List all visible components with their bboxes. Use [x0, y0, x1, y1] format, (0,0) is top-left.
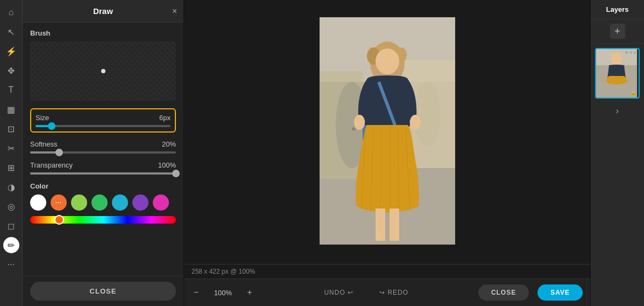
softness-value: 20%: [162, 140, 176, 148]
svg-point-19: [354, 115, 365, 130]
save-button[interactable]: SAVE: [537, 284, 583, 301]
move-icon[interactable]: ✥: [3, 62, 19, 79]
svg-text:✿: ✿: [352, 127, 356, 131]
zoom-plus-button[interactable]: +: [245, 286, 254, 300]
transparency-row: Transparency 100%: [30, 161, 176, 169]
pattern-icon[interactable]: ▦: [3, 101, 19, 117]
softness-thumb[interactable]: [55, 149, 63, 156]
brush-section-label: Brush: [30, 29, 176, 37]
size-slider-section: Size 6px: [30, 108, 176, 133]
crop-icon[interactable]: ⊡: [3, 121, 19, 137]
home-icon[interactable]: ⌂: [3, 4, 19, 20]
zoom-minus-button[interactable]: −: [192, 286, 201, 300]
eraser-icon[interactable]: ◻: [3, 218, 19, 234]
size-value: 6px: [159, 114, 171, 122]
scissors-icon[interactable]: ✂: [3, 140, 19, 156]
transparency-track[interactable]: [30, 172, 176, 175]
canvas-status-text: 258 x 422 px @ 100%: [192, 268, 255, 275]
lightning-icon[interactable]: ⚡: [3, 43, 19, 59]
layer-dot-2: [629, 51, 632, 54]
layers-header: Layers: [591, 0, 644, 19]
color-swatch-pink[interactable]: [153, 194, 169, 211]
draw-panel-close-button[interactable]: CLOSE: [30, 282, 176, 301]
canvas-bottom-bar: − 100% + UNDO ↩ ↪ REDO CLOSE SAVE: [184, 279, 590, 306]
softness-row: Softness 20%: [30, 140, 176, 148]
draw-panel-body: Brush Size 6px Softness 20%: [23, 23, 183, 276]
transparency-label: Transparency: [30, 161, 73, 169]
canvas-close-button[interactable]: CLOSE: [478, 284, 529, 301]
color-swatch-cyan[interactable]: [112, 194, 128, 211]
text-icon[interactable]: T: [3, 82, 19, 98]
brush-icon[interactable]: ✏: [3, 237, 19, 253]
color-swatches: ···: [30, 194, 176, 211]
color-swatch-purple[interactable]: [132, 194, 148, 211]
softness-fill: [30, 151, 59, 154]
layers-panel: Layers + ⊞ 🔒 ›: [590, 0, 644, 306]
left-toolbar: ⌂ ↖ ⚡ ✥ T ▦ ⊡ ✂ ⊞ ◑ ◎ ◻ ✏ ···: [0, 0, 23, 306]
color-bar-thumb[interactable]: [54, 215, 64, 225]
size-row: Size 6px: [36, 114, 171, 122]
draw-panel-title: Draw: [93, 6, 113, 16]
transparency-fill: [30, 172, 176, 175]
add-layer-button[interactable]: +: [610, 24, 625, 39]
transparency-thumb[interactable]: [172, 170, 180, 177]
color-gradient-bar[interactable]: [30, 216, 176, 224]
softness-slider-section: Softness 20%: [30, 140, 176, 154]
draw-panel-footer: CLOSE: [23, 276, 183, 306]
photo-container: ✿: [320, 17, 455, 247]
draw-panel-header: Draw ×: [23, 0, 183, 23]
select-icon[interactable]: ↖: [3, 24, 19, 40]
transparency-value: 100%: [158, 161, 176, 169]
size-thumb[interactable]: [48, 122, 55, 130]
main-canvas: ✿ 258 x 422 px @ 100% − 100% + UNDO ↩ ↪ …: [184, 0, 590, 306]
svg-point-10: [376, 48, 399, 74]
svg-rect-22: [376, 208, 385, 241]
color-section: Color ···: [30, 182, 176, 224]
photo-svg: ✿: [320, 17, 455, 245]
softness-track[interactable]: [30, 151, 176, 154]
draw-panel: Draw × Brush Size 6px Softness 20%: [23, 0, 184, 306]
layers-collapse-button[interactable]: ›: [591, 103, 644, 119]
size-track[interactable]: [36, 125, 171, 127]
svg-point-26: [611, 52, 622, 65]
redo-button[interactable]: ↪ REDO: [371, 286, 417, 300]
circle-half-icon[interactable]: ◑: [3, 179, 19, 195]
undo-button[interactable]: UNDO ↩: [315, 286, 362, 300]
size-label: Size: [36, 114, 49, 122]
color-swatch-orange-more[interactable]: ···: [51, 194, 67, 211]
layer-dot-3: [634, 51, 636, 54]
layer-lock-icon: 🔒: [630, 89, 636, 95]
color-swatch-white[interactable]: [30, 194, 46, 211]
color-label: Color: [30, 182, 176, 190]
adjust-icon[interactable]: ⊞: [3, 159, 19, 176]
layers-add-area: +: [591, 19, 644, 44]
layer-thumbnail[interactable]: ⊞ 🔒: [595, 48, 640, 99]
color-swatch-green-light[interactable]: [71, 194, 87, 211]
color-swatch-green[interactable]: [91, 194, 108, 211]
more-icon[interactable]: ···: [3, 256, 19, 273]
layer-image-icon: ⊞: [598, 89, 603, 95]
draw-panel-close-x[interactable]: ×: [172, 6, 177, 16]
layer-icons-bar: ⊞ 🔒: [598, 89, 636, 95]
layer-thumb-bar: [625, 51, 636, 54]
spiral-icon[interactable]: ◎: [3, 198, 19, 214]
zoom-value: 100%: [209, 289, 236, 297]
layer-dot-1: [625, 51, 628, 54]
svg-point-20: [410, 115, 421, 130]
brush-preview: [30, 41, 176, 101]
softness-label: Softness: [30, 140, 58, 148]
canvas-area[interactable]: ✿: [184, 0, 590, 264]
svg-rect-23: [390, 208, 399, 241]
transparency-slider-section: Transparency 100%: [30, 161, 176, 175]
brush-dot: [101, 69, 105, 73]
canvas-status-bar: 258 x 422 px @ 100%: [184, 264, 590, 279]
